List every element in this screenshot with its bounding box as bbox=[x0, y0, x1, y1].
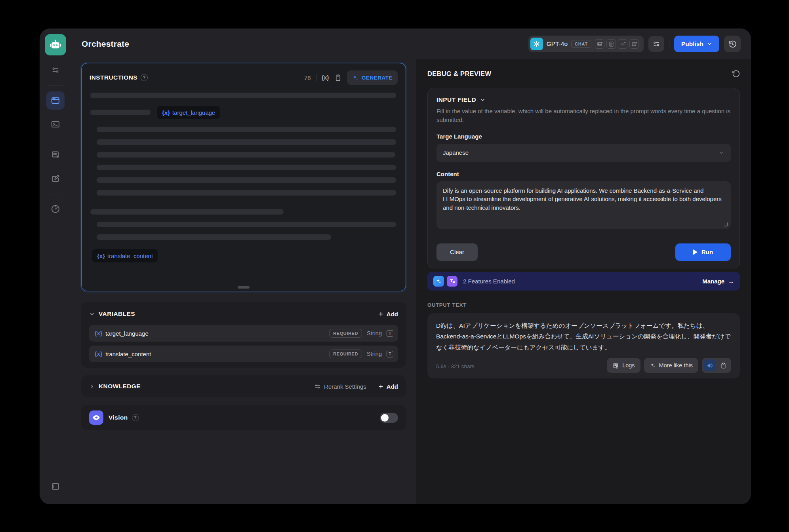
variable-insert-icon[interactable]: {x} bbox=[322, 74, 329, 81]
variable-type: String bbox=[367, 351, 382, 357]
content-textarea[interactable]: Dify is an open-source platform for buil… bbox=[436, 181, 731, 229]
page-title: Orchestrate bbox=[82, 39, 129, 49]
variables-title: VARIABLES bbox=[99, 310, 135, 317]
add-knowledge-button[interactable]: Add bbox=[378, 383, 398, 390]
instructions-panel[interactable]: INSTRUCTIONS ? 78 {x} GENERATE bbox=[81, 63, 406, 291]
knowledge-title: KNOWLEDGE bbox=[99, 383, 141, 390]
publish-label: Publish bbox=[681, 40, 703, 48]
debug-preview-pane: DEBUG & PREVIEW INPUT FIELD Fill in the … bbox=[416, 59, 751, 504]
speaker-button[interactable] bbox=[704, 359, 716, 371]
char-count: 78 bbox=[304, 74, 311, 81]
chevron-down-icon bbox=[480, 97, 486, 103]
string-type-icon[interactable]: T bbox=[387, 351, 393, 357]
sidebar-collapse-button[interactable] bbox=[46, 477, 65, 496]
app-window-icon bbox=[51, 96, 60, 105]
vision-eye-icon bbox=[89, 410, 103, 425]
history-button[interactable] bbox=[724, 36, 741, 52]
run-button[interactable]: Run bbox=[675, 243, 731, 261]
manage-features-button[interactable]: Manage → bbox=[702, 278, 734, 285]
model-mode-badge: CHAT bbox=[571, 40, 591, 48]
add-label: Add bbox=[387, 383, 398, 390]
prompt-editor[interactable]: {x}target_language {x}translate_content bbox=[82, 89, 406, 263]
output-tools-group bbox=[702, 358, 731, 373]
more-like-this-button[interactable]: More like this bbox=[644, 358, 698, 373]
sparkles-icon bbox=[352, 74, 359, 81]
variable-type: String bbox=[367, 330, 382, 336]
string-type-icon[interactable]: T bbox=[387, 330, 393, 337]
app-avatar[interactable] bbox=[45, 34, 66, 55]
app-window: Orchestrate GPT-4o CHAT bbox=[40, 28, 751, 504]
copy-icon[interactable] bbox=[334, 74, 342, 82]
model-parameters-button[interactable] bbox=[648, 36, 664, 52]
sliders-icon bbox=[652, 40, 660, 48]
generate-button[interactable]: GENERATE bbox=[347, 70, 398, 85]
features-bar[interactable]: 2 Features Enabled Manage → bbox=[427, 272, 740, 291]
resize-corner-icon[interactable] bbox=[724, 222, 728, 226]
rerank-settings-button[interactable]: Rerank Settings bbox=[314, 383, 366, 390]
plus-icon bbox=[378, 311, 384, 317]
variable-token: {x} bbox=[162, 109, 170, 116]
sidebar-item-orchestrate[interactable] bbox=[46, 91, 65, 110]
language-field-label: Targe Language bbox=[436, 133, 731, 140]
edit-note-icon bbox=[51, 174, 60, 183]
generate-label: GENERATE bbox=[362, 75, 393, 81]
variable-row[interactable]: {x} target_language REQUIRED String T bbox=[89, 325, 398, 342]
resize-handle[interactable] bbox=[238, 286, 250, 289]
refresh-icon[interactable] bbox=[732, 70, 740, 78]
logs-label: Logs bbox=[622, 362, 635, 369]
video-capability-icon bbox=[629, 39, 639, 49]
topbar: Orchestrate GPT-4o CHAT bbox=[71, 28, 751, 59]
sidebar-item-monitoring[interactable] bbox=[46, 200, 65, 218]
sidebar-divider bbox=[48, 194, 63, 194]
sidebar-item-logs[interactable] bbox=[46, 146, 65, 164]
variable-token: {x} bbox=[95, 351, 102, 357]
clear-button[interactable]: Clear bbox=[436, 243, 478, 261]
add-label: Add bbox=[387, 311, 398, 317]
chevron-right-icon[interactable] bbox=[89, 384, 95, 390]
variable-row[interactable]: {x} translate_content REQUIRED String T bbox=[89, 346, 398, 362]
variable-token: {x} bbox=[95, 330, 102, 336]
model-selector[interactable]: GPT-4o CHAT bbox=[528, 36, 644, 52]
vision-toggle[interactable] bbox=[380, 413, 398, 423]
divider-line bbox=[473, 305, 740, 305]
sidebar-item-annotation[interactable] bbox=[46, 169, 65, 188]
output-text-title: OUTPUT TEXT bbox=[427, 302, 467, 308]
required-badge: REQUIRED bbox=[329, 329, 362, 338]
panel-left-icon bbox=[51, 482, 60, 491]
clear-label: Clear bbox=[450, 249, 464, 255]
copy-output-button[interactable] bbox=[717, 359, 729, 371]
input-field-header[interactable]: INPUT FIELD bbox=[436, 96, 731, 103]
instructions-title: INSTRUCTIONS bbox=[90, 74, 137, 81]
help-icon[interactable]: ? bbox=[132, 414, 139, 421]
add-variable-button[interactable]: Add bbox=[378, 311, 398, 317]
language-select[interactable]: Japanese bbox=[436, 144, 731, 162]
input-field-card: INPUT FIELD Fill in the value of the var… bbox=[427, 88, 740, 268]
sidebar-item-terminal[interactable] bbox=[46, 115, 65, 133]
chevron-down-icon[interactable] bbox=[89, 311, 95, 317]
sidebar-item-settings[interactable] bbox=[46, 61, 65, 79]
sidebar-divider bbox=[48, 140, 63, 140]
variable-chip-target-language[interactable]: {x}target_language bbox=[157, 105, 220, 120]
document-capability-icon bbox=[606, 39, 616, 49]
knowledge-section: KNOWLEDGE Rerank Settings Add bbox=[81, 375, 406, 397]
input-field-description: Fill in the value of the variable, which… bbox=[436, 107, 731, 124]
topbar-divider bbox=[669, 39, 669, 49]
logs-button[interactable]: Logs bbox=[607, 358, 640, 373]
sliders-icon bbox=[51, 66, 60, 74]
output-text: Difyは、AIアプリケーションを構築するためのオープンソースプラットフォームで… bbox=[436, 320, 731, 353]
arrow-right-icon: → bbox=[728, 278, 734, 285]
divider bbox=[316, 74, 316, 81]
variable-token: {x} bbox=[97, 253, 105, 259]
text-to-speech-feature-icon bbox=[447, 276, 457, 287]
help-icon[interactable]: ? bbox=[141, 74, 148, 81]
content-value: Dify is an open-source platform for buil… bbox=[443, 187, 722, 211]
rerank-label: Rerank Settings bbox=[324, 383, 366, 390]
variable-name: target_language bbox=[105, 330, 148, 337]
publish-button[interactable]: Publish bbox=[674, 36, 719, 52]
vision-label: Vision bbox=[109, 414, 128, 421]
clock-rewind-icon bbox=[728, 40, 737, 48]
input-field-title: INPUT FIELD bbox=[436, 96, 476, 103]
vision-section: Vision ? bbox=[81, 405, 406, 430]
robot-icon bbox=[49, 38, 62, 51]
variable-chip-translate-content[interactable]: {x}translate_content bbox=[92, 249, 158, 263]
